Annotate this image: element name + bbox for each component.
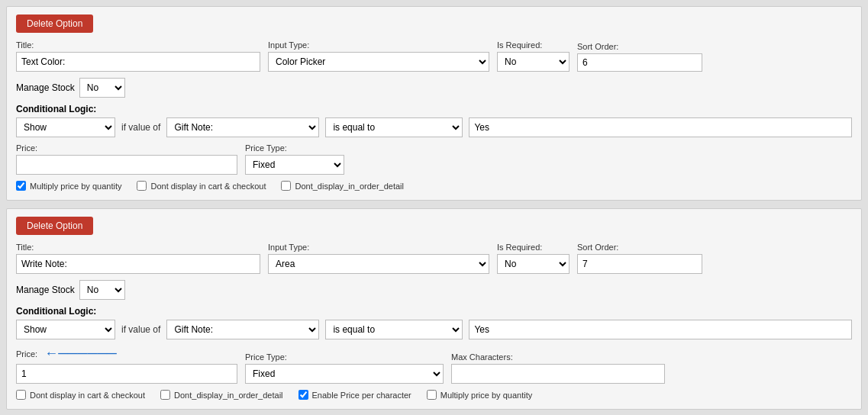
conditional-row-2: Show Hide if value of Gift Note: is equa…: [16, 320, 852, 339]
conditional-row-1: Show Hide if value of Gift Note: is equa…: [16, 117, 852, 137]
if-value-of-text-2: if value of: [121, 324, 160, 335]
is-required-field-group-2: Is Required: No Yes: [497, 243, 570, 274]
max-chars-field-group-2: Max Characters:: [451, 352, 665, 384]
is-required-label-1: Is Required:: [497, 40, 570, 50]
price-row-1: Price: Price Type: Fixed Percent: [16, 143, 852, 175]
price-field-group-2: Price: ←──────: [16, 346, 237, 384]
title-input-1[interactable]: [16, 52, 260, 72]
title-label-2: Title:: [16, 243, 260, 252]
sort-order-label-1: Sort Order:: [577, 42, 702, 51]
price-row-2: Price: ←────── Price Type: Fixed Percent…: [16, 346, 852, 384]
checkbox-row-2: Dont display in cart & checkout Dont_dis…: [16, 390, 852, 400]
dont-cart-label-1: Dont display in cart & checkout: [150, 182, 266, 191]
multiply-label-2: Multiply price by quantity: [440, 391, 532, 400]
max-chars-label-2: Max Characters:: [451, 352, 665, 362]
title-label-1: Title:: [16, 40, 260, 50]
price-field-group-1: Price:: [16, 143, 237, 175]
conditional-logic-label-2: Conditional Logic:: [16, 306, 852, 317]
cond-gift-note-select-2[interactable]: Gift Note:: [166, 320, 319, 339]
sort-order-input-2[interactable]: [577, 254, 702, 274]
price-type-label-2: Price Type:: [245, 352, 444, 362]
input-type-select-1[interactable]: Color Picker: [268, 52, 489, 72]
cond-is-equal-select-1[interactable]: is equal to is not equal to: [325, 117, 463, 137]
is-required-field-group-1: Is Required: No Yes: [497, 40, 570, 72]
cond-yes-input-2[interactable]: [469, 320, 852, 339]
enable-price-label-2: Enable Price per character: [312, 391, 411, 400]
input-type-field-group-1: Input Type: Color Picker: [268, 40, 489, 72]
manage-stock-row-1: Manage Stock No Yes: [16, 78, 852, 98]
cond-show-select-2[interactable]: Show Hide: [16, 320, 115, 339]
dont-order-checkbox-1[interactable]: [281, 181, 291, 191]
sort-order-field-group-2: Sort Order:: [577, 243, 702, 274]
cond-gift-note-select-1[interactable]: Gift Note:: [166, 117, 319, 137]
price-type-label-1: Price Type:: [245, 143, 344, 153]
title-row-1: Title: Input Type: Color Picker Is Requi…: [16, 40, 852, 72]
input-type-label-2: Input Type:: [268, 243, 489, 252]
dont-order-checkbox-item-1: Dont_display_in_order_detail: [281, 181, 403, 191]
is-required-label-2: Is Required:: [497, 243, 570, 252]
if-value-of-text-1: if value of: [121, 122, 160, 133]
dont-order-label-2: Dont_display_in_order_detail: [174, 391, 282, 400]
sort-order-label-2: Sort Order:: [577, 243, 702, 252]
input-type-field-group-2: Input Type: Area: [268, 243, 489, 274]
delete-option-button-2[interactable]: Delete Option: [16, 217, 93, 235]
price-type-field-group-2: Price Type: Fixed Percent: [245, 352, 444, 384]
input-type-select-2[interactable]: Area: [268, 254, 489, 274]
multiply-checkbox-item-1: Multiply price by quantity: [16, 181, 121, 191]
dont-cart-checkbox-2[interactable]: [16, 390, 26, 400]
manage-stock-select-2[interactable]: No Yes: [79, 280, 125, 300]
input-type-label-1: Input Type:: [268, 40, 489, 50]
enable-price-checkbox-2[interactable]: [298, 390, 308, 400]
title-field-group-1: Title:: [16, 40, 260, 72]
option-block-1: Delete Option Title: Input Type: Color P…: [6, 6, 862, 201]
max-chars-input-2[interactable]: [451, 364, 665, 384]
manage-stock-label-2: Manage Stock: [16, 285, 75, 295]
is-required-select-1[interactable]: No Yes: [497, 52, 570, 72]
price-label-1: Price:: [16, 143, 237, 153]
dont-cart-checkbox-item-2: Dont display in cart & checkout: [16, 390, 145, 400]
price-type-select-2[interactable]: Fixed Percent: [245, 364, 444, 384]
dont-order-label-1: Dont_display_in_order_detail: [295, 182, 403, 191]
multiply-checkbox-2[interactable]: [427, 390, 437, 400]
price-type-select-1[interactable]: Fixed Percent: [245, 155, 344, 175]
cond-is-equal-select-2[interactable]: is equal to is not equal to: [325, 320, 463, 339]
is-required-select-2[interactable]: No Yes: [497, 254, 570, 274]
sort-order-input-1[interactable]: [577, 53, 702, 72]
sort-order-field-group-1: Sort Order:: [577, 42, 702, 72]
dont-cart-checkbox-1[interactable]: [137, 181, 147, 191]
conditional-logic-label-1: Conditional Logic:: [16, 104, 852, 114]
price-input-2[interactable]: [16, 364, 237, 384]
title-row-2: Title: Input Type: Area Is Required: No …: [16, 243, 852, 274]
title-field-group-2: Title:: [16, 243, 260, 274]
dont-order-checkbox-item-2: Dont_display_in_order_detail: [160, 390, 282, 400]
title-input-2[interactable]: [16, 254, 260, 274]
arrow-indicator: ←──────: [44, 346, 117, 362]
price-input-1[interactable]: [16, 155, 237, 175]
option-block-2: Delete Option Title: Input Type: Area Is…: [6, 208, 862, 410]
dont-order-checkbox-2[interactable]: [160, 390, 170, 400]
manage-stock-row-2: Manage Stock No Yes: [16, 280, 852, 300]
manage-stock-label-1: Manage Stock: [16, 82, 75, 93]
cond-yes-input-1[interactable]: [469, 117, 852, 137]
multiply-label-1: Multiply price by quantity: [30, 182, 121, 191]
checkbox-row-1: Multiply price by quantity Dont display …: [16, 181, 852, 191]
price-type-field-group-1: Price Type: Fixed Percent: [245, 143, 344, 175]
price-label-2: Price:: [16, 349, 37, 359]
cond-show-select-1[interactable]: Show Hide: [16, 117, 115, 137]
dont-cart-checkbox-item-1: Dont display in cart & checkout: [137, 181, 266, 191]
multiply-checkbox-item-2: Multiply price by quantity: [427, 390, 532, 400]
manage-stock-select-1[interactable]: No Yes: [79, 78, 125, 98]
multiply-checkbox-1[interactable]: [16, 181, 26, 191]
enable-price-checkbox-item-2: Enable Price per character: [298, 390, 411, 400]
delete-option-button-1[interactable]: Delete Option: [16, 14, 93, 33]
dont-cart-label-2: Dont display in cart & checkout: [30, 391, 145, 400]
